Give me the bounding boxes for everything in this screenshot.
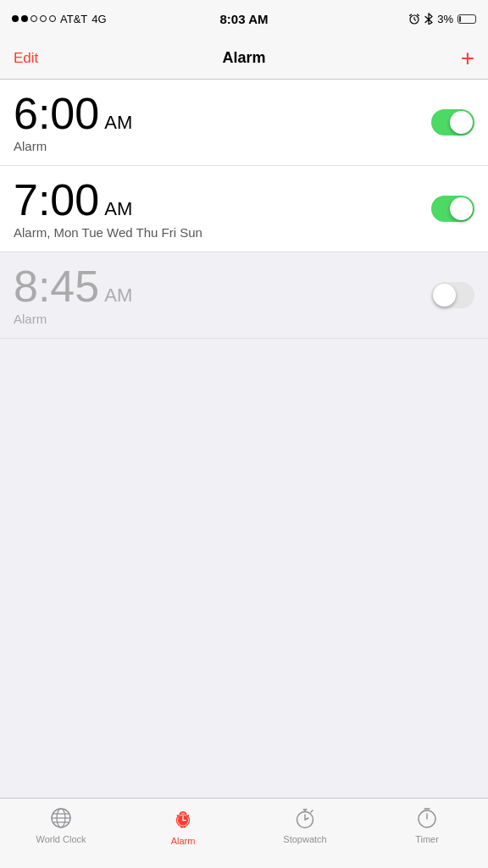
alarm-info-2: 7:00 AM Alarm, Mon Tue Wed Thu Fri Sun: [14, 178, 202, 240]
alarm-item-3[interactable]: 8:45 AM Alarm: [0, 252, 488, 339]
timer-label: Timer: [415, 834, 439, 844]
alarm-info-1: 6:00 AM Alarm: [14, 91, 132, 153]
signal-dots: [12, 15, 56, 22]
bluetooth-icon: [424, 13, 433, 25]
signal-dot-3: [30, 15, 37, 22]
world-clock-label: World Clock: [36, 834, 86, 844]
svg-line-18: [311, 810, 313, 812]
alarm-label-2: Alarm, Mon Tue Wed Thu Fri Sun: [14, 225, 202, 240]
signal-dot-4: [40, 15, 47, 22]
toggle-knob-2: [450, 197, 473, 220]
alarm-time-2: 7:00 AM: [14, 178, 202, 222]
alarm-ampm-1: AM: [104, 113, 132, 132]
alarm-ampm-2: AM: [104, 200, 132, 218]
stopwatch-icon: [292, 805, 318, 831]
network-type: 4G: [92, 13, 106, 25]
alarm-toggle-2[interactable]: [431, 196, 474, 222]
tab-stopwatch[interactable]: Stopwatch: [244, 805, 366, 844]
alarm-hour-1: 6:00: [14, 91, 99, 135]
nav-bar: Edit Alarm +: [0, 37, 488, 80]
signal-dot-1: [12, 15, 19, 22]
world-clock-icon: [48, 805, 74, 831]
battery-fill: [459, 16, 461, 22]
signal-dot-5: [49, 15, 56, 22]
alarm-list: 6:00 AM Alarm 7:00 AM Alarm, Mon Tue Wed…: [0, 80, 488, 252]
battery-icon: [458, 14, 476, 24]
alarm-label-3: Alarm: [14, 312, 132, 326]
status-right: 3%: [408, 13, 476, 25]
toggle-knob-3: [433, 284, 456, 307]
alarm-status-icon: [408, 13, 420, 25]
timer-icon: [414, 805, 440, 831]
alarm-item-2[interactable]: 7:00 AM Alarm, Mon Tue Wed Thu Fri Sun: [0, 166, 488, 252]
alarm-hour-2: 7:00: [14, 178, 99, 222]
carrier-text: AT&T: [60, 13, 87, 25]
signal-dot-2: [21, 15, 28, 22]
status-bar: AT&T 4G 8:03 AM 3%: [0, 0, 488, 37]
alarm-info-3: 8:45 AM Alarm: [14, 264, 132, 326]
alarm-tab-label: Alarm: [171, 836, 196, 846]
battery-percent: 3%: [437, 13, 453, 25]
battery-body: [458, 14, 476, 24]
edit-button[interactable]: Edit: [14, 50, 38, 67]
empty-area: [0, 339, 488, 690]
status-time: 8:03 AM: [220, 12, 269, 26]
tab-alarm[interactable]: Alarm: [122, 805, 244, 846]
alarm-tab-icon: [169, 805, 197, 832]
add-alarm-button[interactable]: +: [461, 47, 474, 70]
alarm-toggle-1[interactable]: [431, 109, 474, 135]
stopwatch-label: Stopwatch: [283, 834, 326, 844]
page-title: Alarm: [222, 49, 265, 67]
tab-timer[interactable]: Timer: [366, 805, 488, 844]
tab-bar: World Clock Alarm: [0, 798, 488, 868]
alarm-ampm-3: AM: [104, 286, 132, 305]
alarm-toggle-3[interactable]: [431, 282, 474, 308]
alarm-hour-3: 8:45: [14, 264, 99, 308]
tab-world-clock[interactable]: World Clock: [0, 805, 122, 844]
alarm-time-1: 6:00 AM: [14, 91, 132, 135]
status-left: AT&T 4G: [12, 13, 107, 25]
alarm-item-1[interactable]: 6:00 AM Alarm: [0, 80, 488, 166]
toggle-knob-1: [450, 111, 473, 134]
alarm-label-1: Alarm: [14, 139, 132, 153]
alarm-time-3: 8:45 AM: [14, 264, 132, 308]
